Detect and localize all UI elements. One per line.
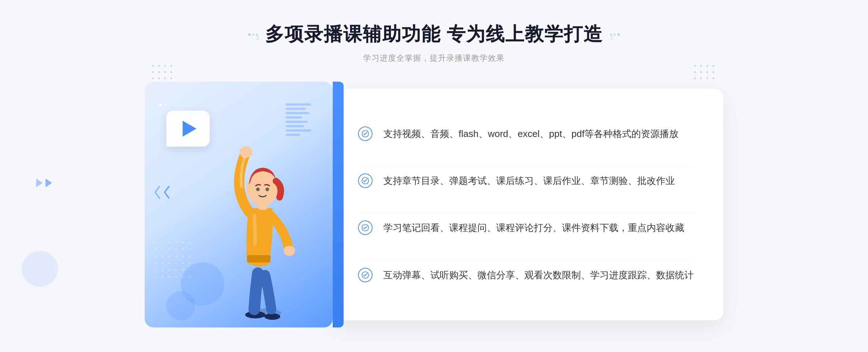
dot xyxy=(175,256,177,257)
dot-grid xyxy=(694,65,716,81)
header-section: :: 多项录播课辅助功能 专为线上教学打造 :: 学习进度全掌握，提升录播课教学… xyxy=(248,22,620,64)
double-arrow xyxy=(154,186,170,199)
dot xyxy=(170,77,172,79)
dot xyxy=(182,249,184,250)
dot xyxy=(152,65,154,67)
checkmark-icon xyxy=(361,130,369,138)
page-title: 多项录播课辅助功能 专为线上教学打造 xyxy=(265,22,603,47)
check-circle-icon xyxy=(358,220,373,235)
feature-item: 学习笔记回看、课程提问、课程评论打分、课件资料下载，重点内容收藏 xyxy=(358,213,694,243)
left-chevron-decoration xyxy=(36,179,52,187)
sparkle-decoration xyxy=(159,103,166,106)
dot-icon xyxy=(248,33,251,36)
dot xyxy=(694,77,696,79)
page-subtitle: 学习进度全掌握，提升录播课教学效果 xyxy=(248,53,620,64)
check-circle-icon xyxy=(358,173,373,188)
dot xyxy=(162,276,163,278)
dot xyxy=(158,77,160,79)
colon-dots: :: xyxy=(256,34,258,35)
dot xyxy=(175,276,177,278)
illustration-card xyxy=(145,82,333,327)
dot xyxy=(162,242,163,243)
content-area: 支持视频、音频、flash、word、excel、ppt、pdf等各种格式的资源… xyxy=(145,82,723,327)
dot xyxy=(182,262,184,264)
dot xyxy=(155,242,156,243)
feature-text-4: 互动弹幕、试听购买、微信分享、观看次数限制、学习进度跟踪、数据统计 xyxy=(383,268,694,283)
dot xyxy=(162,269,163,271)
dot xyxy=(189,262,191,264)
svg-point-2 xyxy=(264,313,280,320)
dot xyxy=(712,71,714,73)
dot-icon xyxy=(617,33,620,36)
dot xyxy=(169,242,170,243)
dot xyxy=(694,71,696,73)
dot xyxy=(169,256,170,257)
dot xyxy=(162,249,163,250)
right-decorator: :: xyxy=(610,33,620,36)
colon-dots: :: xyxy=(610,34,612,35)
svg-point-9 xyxy=(265,188,269,191)
dot xyxy=(189,256,191,257)
dot xyxy=(152,77,154,79)
dot xyxy=(159,103,162,106)
title-row: :: 多项录播课辅助功能 专为线上教学打造 :: xyxy=(248,22,620,47)
dot xyxy=(182,269,184,271)
top-right-dots xyxy=(694,65,716,81)
dot xyxy=(155,256,156,257)
feature-text-2: 支持章节目录、弹题考试、课后练习、课后作业、章节测验、批改作业 xyxy=(383,173,675,189)
feature-text-3: 学习笔记回看、课程提问、课程评论打分、课件资料下载，重点内容收藏 xyxy=(383,220,684,236)
dot xyxy=(155,262,156,264)
dot xyxy=(175,269,177,271)
dot xyxy=(712,77,714,79)
dot xyxy=(162,262,163,264)
dot xyxy=(158,71,160,73)
chevron-right-icon xyxy=(36,179,43,187)
dot xyxy=(182,242,184,243)
dot xyxy=(170,65,172,67)
dot xyxy=(706,71,708,73)
page-wrapper: :: 多项录播课辅助功能 专为线上教学打造 :: 学习进度全掌握，提升录播课教学… xyxy=(0,0,868,352)
dot xyxy=(162,256,163,257)
stripe xyxy=(286,112,309,114)
dot xyxy=(169,269,170,271)
svg-rect-3 xyxy=(247,255,271,262)
decorative-circle-left xyxy=(22,251,58,287)
dot xyxy=(164,65,166,67)
svg-point-4 xyxy=(284,246,295,256)
dot xyxy=(169,249,170,250)
dot xyxy=(170,71,172,73)
dot-grid xyxy=(152,65,174,81)
checkmark-icon xyxy=(361,271,369,279)
dot xyxy=(164,71,166,73)
chevron-left-icon xyxy=(154,186,161,199)
dot-icon xyxy=(252,34,254,35)
dot xyxy=(175,242,177,243)
feature-item: 互动弹幕、试听购买、微信分享、观看次数限制、学习进度跟踪、数据统计 xyxy=(358,260,694,290)
dot xyxy=(175,262,177,264)
arrow-decoration xyxy=(154,186,170,199)
chevron-right-icon xyxy=(46,179,52,187)
dot xyxy=(164,104,166,106)
dot-icon xyxy=(614,34,616,35)
dot xyxy=(706,65,708,67)
svg-point-5 xyxy=(239,146,252,158)
top-left-dots xyxy=(152,65,174,81)
dot xyxy=(706,77,708,79)
dot xyxy=(164,77,166,79)
dot xyxy=(169,276,170,278)
check-circle-icon xyxy=(358,126,373,141)
dot xyxy=(712,65,714,67)
features-card: 支持视频、音频、flash、word、excel、ppt、pdf等各种格式的资源… xyxy=(329,89,723,320)
dot xyxy=(169,262,170,264)
blue-accent-strip xyxy=(333,82,344,327)
sparkle-dots xyxy=(159,103,166,106)
dot xyxy=(189,249,191,250)
checkmark-icon xyxy=(361,224,369,232)
svg-point-8 xyxy=(256,188,260,191)
dot xyxy=(155,249,156,250)
dot xyxy=(700,77,702,79)
decorative-circle-2 xyxy=(166,291,195,320)
dot xyxy=(158,65,160,67)
chevron-left-icon xyxy=(163,186,170,199)
checkmark-icon xyxy=(361,177,369,185)
